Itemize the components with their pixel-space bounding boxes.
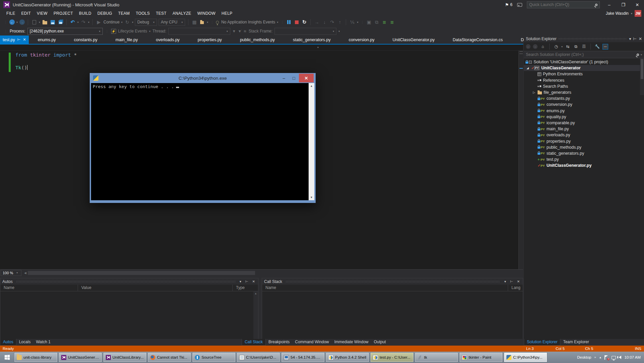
editor-horizontal-scrollbar[interactable] — [28, 271, 522, 275]
tree-item-file-generators[interactable]: ▷ file_generators — [524, 89, 644, 95]
insights-dropdown-icon[interactable]: ▾ — [277, 21, 278, 24]
flag-threads-icon[interactable]: ▼ — [232, 29, 236, 33]
quick-launch-input[interactable] — [529, 2, 594, 7]
hex-display-icon[interactable]: ⅙ — [349, 19, 355, 25]
tree-item-equality-py[interactable]: PY equality.py — [524, 114, 644, 120]
user-dropdown-icon[interactable]: ▾ — [631, 12, 632, 15]
restart-dropdown-icon[interactable]: ▾ — [132, 21, 133, 24]
menu-debug[interactable]: DEBUG — [94, 9, 115, 17]
taskbar-item-vs-1[interactable]: UnitClassGenera... — [59, 353, 102, 362]
feedback-icon[interactable] — [517, 3, 522, 7]
close-button[interactable]: ✕ — [633, 1, 642, 8]
tree-item-search-paths[interactable]: Search Paths — [524, 83, 644, 89]
start-button[interactable] — [1, 353, 13, 362]
restart-app-icon[interactable]: ↻ — [124, 19, 130, 25]
menu-help[interactable]: HELP — [219, 9, 236, 17]
navigation-dropdown-icon[interactable]: ▾ — [317, 46, 319, 49]
taskbar-item-firefox[interactable]: Cannot start Tki... — [148, 353, 191, 362]
tree-item-unitclassgenerator-py[interactable]: ✓PY UnitClassGenerator.py — [524, 162, 644, 168]
toolbar-overflow-icon[interactable]: ▾ — [207, 21, 208, 24]
split-window-handle-icon[interactable] — [519, 51, 523, 54]
task-list-icon[interactable]: ≣ — [389, 19, 395, 25]
console-close-button[interactable]: ✕ — [299, 74, 314, 82]
taskbar-item-folder[interactable]: unit-class-library — [14, 353, 57, 362]
tab-team-explorer[interactable]: Team Explorer — [560, 339, 591, 346]
menu-project[interactable]: PROJECT — [51, 9, 76, 17]
show-hidden-icons[interactable]: ▲ — [599, 356, 601, 359]
save-all-icon[interactable] — [59, 20, 62, 24]
python-console-window[interactable]: C:\Python34\python.exe – □ ✕ Press any k… — [90, 73, 316, 203]
se-back-icon[interactable]: ← — [526, 44, 531, 49]
navigate-back-icon[interactable]: ← — [9, 19, 15, 25]
tree-item-conversion-py[interactable]: PY conversion.py — [524, 101, 644, 107]
show-next-statement-icon[interactable]: → — [314, 19, 320, 25]
solution-explorer-search[interactable]: ▾ — [524, 51, 644, 58]
scroll-down-icon[interactable]: ▼ — [309, 195, 314, 200]
callstack-column-lang[interactable]: Lang — [508, 285, 523, 291]
desktop-toolbar-label[interactable]: Desktop — [577, 355, 591, 359]
collapsed-arrow-icon[interactable]: ▷ — [533, 91, 537, 94]
tree-item-solution[interactable]: Solution 'UnitClassGenerator' (1 project… — [524, 59, 644, 65]
taskbar-item-python-shell[interactable]: Python 3.4.2 Shell — [326, 353, 369, 362]
tree-item-python-environments[interactable]: Python Environments — [524, 71, 644, 77]
continue-button[interactable]: Continue — [103, 20, 119, 24]
tab-test-py[interactable]: test.py ⊢ ✕ — [0, 35, 29, 44]
home-icon[interactable]: ⌂ — [540, 44, 546, 50]
menu-file[interactable]: FILE — [3, 9, 18, 17]
autos-column-type[interactable]: Type — [233, 285, 258, 291]
action-center-flag-icon[interactable]: ✕ — [605, 355, 609, 360]
process-combo[interactable]: [24628] python.exe▾ — [27, 28, 103, 35]
tab-immediate-window[interactable]: Immediate Window — [332, 339, 371, 346]
menu-tools[interactable]: TOOLS — [133, 9, 153, 17]
lifecycle-dropdown-icon[interactable]: ▾ — [149, 30, 150, 33]
expanded-arrow-icon[interactable]: ◢ — [527, 66, 531, 70]
tab-enums-py[interactable]: enums.py — [29, 35, 65, 44]
editor-vertical-scrollbar[interactable] — [518, 51, 523, 269]
pin-tab-icon[interactable]: ⊢ — [17, 38, 21, 42]
taskbar-item-test-py[interactable]: test.py - C:\User... — [371, 353, 413, 362]
menu-team[interactable]: TEAM — [115, 9, 133, 17]
immediate-window-icon[interactable]: ⧉ — [374, 19, 380, 25]
tab-conversion-py[interactable]: conversion.py — [340, 35, 384, 44]
tab-datastorageconversion-cs[interactable]: DataStorageConversion.cs — [444, 35, 512, 44]
taskbar-item-notepad[interactable]: C:\Users\jake\D... — [237, 353, 280, 362]
desktop-chevron-icon[interactable]: » — [594, 356, 596, 359]
tab-unitclassgenerator-py[interactable]: UnitClassGenerator.py — [384, 35, 444, 44]
output-window-icon[interactable]: ≣ — [381, 19, 387, 25]
tab-constants-py[interactable]: constants.py — [65, 35, 106, 44]
autos-scrollbar[interactable]: ▲ — [253, 291, 258, 339]
tree-item-static-generators-py[interactable]: PY static_generators.py — [524, 150, 644, 156]
panel-options-icon[interactable]: ▾ — [503, 280, 507, 283]
step-into-icon[interactable]: ↓ — [321, 19, 327, 25]
stop-debugging-icon[interactable] — [295, 20, 299, 24]
tab-command-window[interactable]: Command Window — [292, 339, 331, 346]
callstack-column-name[interactable]: Name — [262, 285, 508, 291]
tab-output[interactable]: Output — [371, 339, 389, 346]
menu-window[interactable]: WINDOW — [194, 9, 218, 17]
taskbar-item-paint[interactable]: tkinter - Paint — [460, 353, 502, 362]
user-avatar[interactable]: JW — [635, 10, 641, 17]
attach-icon[interactable]: ▩ — [191, 19, 197, 25]
console-scrollbar[interactable]: ▲ ▼ — [309, 83, 314, 200]
tab-locals[interactable]: Locals — [16, 339, 33, 346]
tree-item-properties-py[interactable]: PY properties.py — [524, 138, 644, 144]
tree-item-constants-py[interactable]: PY constants.py — [524, 95, 644, 101]
redo-icon[interactable]: ↷ — [80, 19, 86, 25]
pin-panel-icon[interactable]: ⊢ — [509, 280, 514, 283]
breakpoints-window-icon[interactable]: ▣ — [366, 19, 372, 25]
autos-column-name[interactable]: Name — [0, 285, 78, 291]
thread-combo[interactable]: ▾ — [168, 28, 230, 35]
pin-panel-icon[interactable]: ⊢ — [633, 37, 636, 41]
panel-options-icon[interactable]: ▾ — [239, 280, 242, 283]
panel-options-icon[interactable]: ▾ — [629, 37, 631, 41]
se-forward-icon[interactable]: → — [533, 44, 538, 49]
taskbar-item-python-console[interactable]: C:\Python34\py... — [504, 353, 547, 362]
find-in-files-icon[interactable] — [200, 21, 204, 24]
quick-launch-box[interactable] — [527, 1, 600, 8]
console-maximize-button[interactable]: □ — [289, 74, 299, 82]
close-tab-icon[interactable]: ✕ — [23, 38, 26, 42]
hex-dropdown-icon[interactable]: ▾ — [357, 21, 358, 24]
step-over-icon[interactable]: ↷ — [329, 19, 335, 25]
tab-solution-explorer[interactable]: Solution Explorer — [524, 339, 560, 346]
new-file-dropdown-icon[interactable]: ▾ — [39, 21, 40, 24]
